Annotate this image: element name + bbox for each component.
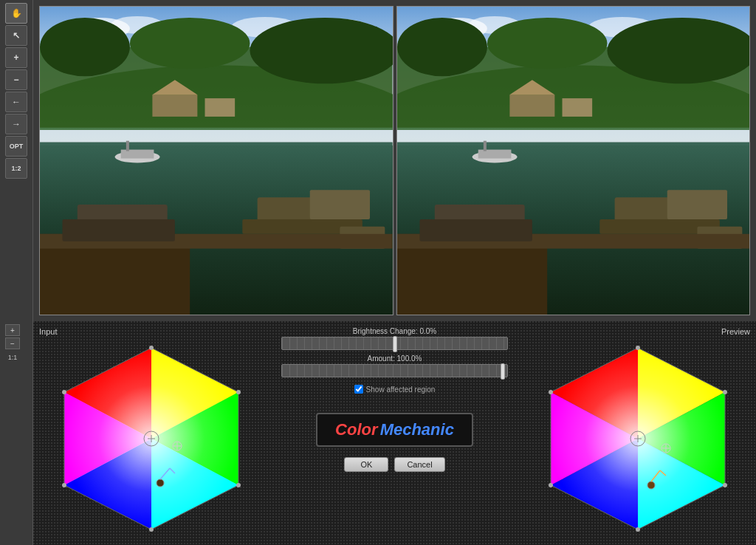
center-controls-panel: Brightness Change: 0.0% Amount: 100.0% — [269, 321, 520, 545]
cancel-button[interactable]: Cancel — [394, 457, 444, 472]
opt-btn[interactable]: OPT — [5, 136, 27, 157]
preview-label: Preview — [526, 327, 750, 336]
preview-image — [397, 7, 750, 315]
input-image-panel — [39, 6, 394, 315]
app-title-mechanic: Mechanic — [380, 420, 454, 439]
svg-point-98 — [647, 481, 655, 489]
preview-image-panel — [396, 6, 751, 315]
amount-slider-track[interactable] — [281, 364, 508, 377]
add-btn-left[interactable]: + — [5, 324, 20, 336]
svg-rect-11 — [205, 98, 236, 117]
svg-point-94 — [549, 390, 553, 394]
svg-point-32 — [487, 18, 607, 69]
ratio-display: 1:2 — [5, 158, 27, 179]
show-affected-row: Show affected region — [354, 385, 436, 394]
pan-left-btn[interactable]: ← — [5, 92, 27, 112]
preview-scene-svg — [397, 7, 750, 315]
brightness-slider-track[interactable] — [281, 337, 508, 350]
svg-point-74 — [157, 479, 164, 487]
svg-rect-16 — [126, 141, 129, 151]
svg-point-69 — [62, 483, 66, 487]
svg-rect-44 — [667, 190, 726, 219]
svg-rect-41 — [483, 141, 486, 151]
zoom-label-left: 1:1 — [8, 354, 18, 361]
image-row — [33, 0, 756, 321]
button-row: OK Cancel — [344, 457, 444, 472]
minus-btn-left[interactable]: − — [5, 337, 20, 349]
input-color-wheel[interactable] — [48, 339, 255, 531]
hand-tool-btn[interactable]: ✋ — [5, 3, 27, 24]
svg-point-90 — [723, 390, 727, 394]
svg-point-65 — [149, 346, 154, 350]
ok-button[interactable]: OK — [344, 457, 388, 472]
svg-point-7 — [130, 18, 250, 69]
svg-rect-24 — [62, 219, 174, 241]
input-wheel-svg — [48, 339, 255, 535]
amount-slider-group: Amount: 100.0% — [281, 354, 508, 377]
show-affected-label: Show affected region — [366, 385, 436, 394]
scene-overlay-svg — [40, 7, 393, 315]
svg-point-70 — [62, 390, 66, 394]
controls-row: + − 1:1 Input — [33, 321, 756, 545]
toolbar: ✋ ↖ + − ← → OPT 1:2 — [0, 0, 33, 545]
main-area: + − 1:1 Input — [33, 0, 756, 545]
brightness-slider-group: Brightness Change: 0.0% — [281, 327, 508, 350]
input-color-panel: + − 1:1 Input — [33, 321, 269, 545]
svg-rect-36 — [562, 98, 592, 117]
svg-rect-15 — [121, 150, 154, 159]
show-affected-checkbox[interactable] — [354, 385, 363, 394]
zoom-in-btn[interactable]: + — [5, 47, 27, 68]
svg-rect-40 — [478, 150, 511, 159]
svg-rect-34 — [509, 95, 554, 117]
app-title-color: Color — [335, 420, 377, 439]
preview-color-panel: Preview — [520, 321, 756, 545]
svg-point-6 — [40, 18, 130, 76]
svg-rect-19 — [310, 190, 370, 219]
preview-wheel-svg — [535, 339, 741, 535]
brightness-slider-thumb[interactable] — [393, 336, 397, 352]
input-image — [40, 7, 393, 315]
svg-point-67 — [236, 483, 241, 487]
cursor-tool-btn[interactable]: ↖ — [5, 25, 27, 46]
svg-point-66 — [236, 390, 241, 394]
svg-point-31 — [397, 18, 487, 76]
brightness-label: Brightness Change: 0.0% — [281, 327, 508, 335]
svg-rect-9 — [152, 95, 197, 117]
svg-point-92 — [636, 527, 640, 532]
svg-point-89 — [636, 346, 640, 350]
svg-point-93 — [549, 483, 553, 487]
svg-rect-49 — [419, 219, 532, 241]
amount-slider-thumb[interactable] — [501, 363, 505, 380]
preview-color-wheel[interactable] — [535, 339, 741, 531]
input-label: Input — [39, 327, 57, 336]
pan-right-btn[interactable]: → — [5, 114, 27, 134]
zoom-out-btn[interactable]: − — [5, 69, 27, 90]
app-title-box: Color Mechanic — [316, 413, 473, 447]
svg-point-91 — [723, 483, 727, 487]
amount-label: Amount: 100.0% — [281, 354, 508, 363]
svg-point-68 — [149, 527, 154, 532]
